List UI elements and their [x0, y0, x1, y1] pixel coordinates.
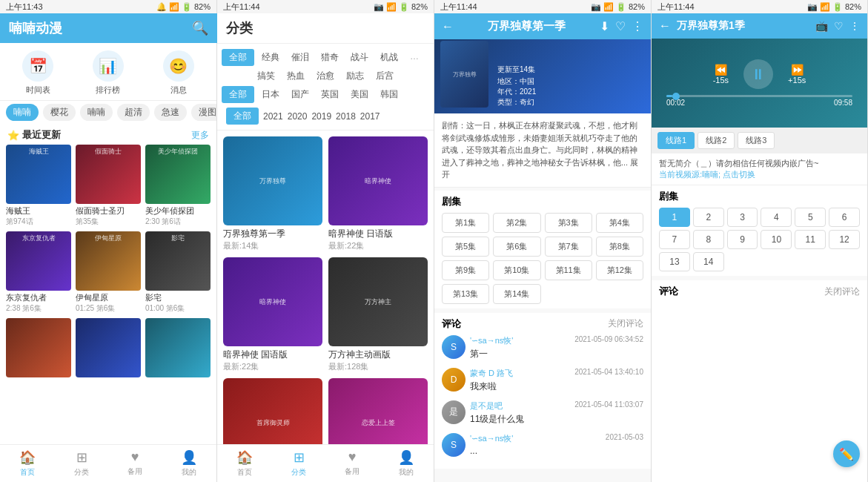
ep-2[interactable]: 第2集: [493, 213, 540, 233]
ep-3[interactable]: 第3集: [545, 213, 592, 233]
skip-back-btn[interactable]: ⏪ -15s: [713, 64, 729, 85]
bottom-cat-2[interactable]: ⊞ 分类: [291, 449, 306, 478]
year-2017[interactable]: 2017: [360, 111, 380, 122]
genre-fight[interactable]: 战斗: [346, 50, 373, 65]
more-icon-4[interactable]: ⋮: [849, 20, 860, 32]
ep-13[interactable]: 第13集: [442, 284, 489, 304]
ep-12[interactable]: 第12集: [596, 260, 643, 280]
ep4-4[interactable]: 4: [761, 208, 792, 227]
bottom-category-1[interactable]: ⊞ 分类: [74, 449, 89, 478]
anime-card-4[interactable]: 伊甸星原 伊甸星原 01:25 第6集: [76, 231, 141, 314]
region-cn[interactable]: 国产: [287, 87, 314, 102]
year-2020[interactable]: 2020: [288, 111, 308, 122]
filter-hd[interactable]: 超清: [117, 104, 150, 121]
ep4-5[interactable]: 5: [795, 208, 826, 227]
anime-card-8[interactable]: [145, 318, 211, 379]
region-jp[interactable]: 日本: [257, 87, 284, 102]
progress-bar[interactable]: [666, 95, 852, 97]
source-1[interactable]: 线路1: [657, 132, 695, 149]
ep-5[interactable]: 第5集: [442, 237, 489, 257]
ep4-9[interactable]: 9: [727, 230, 758, 249]
genre-mech[interactable]: 机战: [376, 50, 402, 65]
genre-heal[interactable]: 治愈: [312, 68, 339, 84]
ep4-8[interactable]: 8: [693, 230, 724, 249]
ep-11[interactable]: 第11集: [545, 260, 592, 280]
bottom-home-1[interactable]: 🏠 首页: [19, 449, 36, 478]
back-btn-3[interactable]: ←: [442, 20, 454, 33]
filter-fast[interactable]: 急速: [154, 104, 187, 121]
ep4-12[interactable]: 12: [829, 230, 860, 249]
ep4-2[interactable]: 2: [693, 208, 724, 227]
search-icon[interactable]: 🔍: [192, 20, 208, 36]
anime-card-1[interactable]: 假面骑士 假面骑士圣刃 第35集: [76, 145, 141, 227]
ep4-1[interactable]: 1: [659, 208, 690, 227]
filter-comic[interactable]: 漫图: [191, 104, 216, 121]
anime-card-3[interactable]: 东京复仇者 东京复仇者 2:38 第6集: [6, 231, 71, 314]
genre-funny[interactable]: 搞笑: [253, 68, 279, 84]
close-comments-3[interactable]: 关闭评论: [608, 317, 643, 330]
ep-7[interactable]: 第7集: [545, 237, 592, 257]
ep4-14[interactable]: 14: [693, 252, 724, 271]
genre-classic[interactable]: 经典: [257, 50, 284, 65]
more-icon[interactable]: ⋮: [632, 19, 643, 33]
ep4-10[interactable]: 10: [761, 230, 792, 249]
tv-icon[interactable]: 📺: [815, 20, 828, 32]
genre-sad[interactable]: 催泪: [287, 50, 314, 65]
anime-card-5[interactable]: 影宅 影宅 01:00 第6集: [145, 231, 211, 314]
bottom-tools-2[interactable]: ♥ 备用: [345, 449, 360, 478]
genre-hot[interactable]: 热血: [282, 68, 309, 84]
filter-nannan2[interactable]: 喃喃: [80, 104, 113, 121]
ep-6[interactable]: 第6集: [493, 237, 540, 257]
ep4-13[interactable]: 13: [659, 252, 690, 271]
ep4-3[interactable]: 3: [727, 208, 758, 227]
ep4-6[interactable]: 6: [829, 208, 860, 227]
source-2[interactable]: 线路2: [698, 132, 735, 149]
region-all-btn[interactable]: 全部: [222, 86, 254, 103]
year-2019[interactable]: 2019: [311, 111, 331, 122]
cat-anime-2[interactable]: 暗界神使 暗界神使 国语版 最新:22集: [223, 257, 322, 372]
cat-anime-1[interactable]: 暗界神使 暗界神使 日语版 最新:22集: [328, 136, 428, 251]
bottom-home-2[interactable]: 🏠 首页: [236, 449, 253, 478]
filter-sakura[interactable]: 樱花: [43, 104, 76, 121]
close-comments-4[interactable]: 关闭评论: [824, 285, 860, 298]
ep4-7[interactable]: 7: [659, 230, 690, 249]
ep-9[interactable]: 第9集: [442, 260, 489, 280]
anime-card-6[interactable]: [6, 318, 71, 379]
cat-anime-4[interactable]: 首席御灵师 首席御灵师 最新:65集: [223, 378, 322, 444]
region-us[interactable]: 美国: [346, 87, 373, 102]
favorite-icon[interactable]: ♡: [615, 19, 626, 33]
download-icon[interactable]: ⬇: [600, 19, 609, 33]
skip-fwd-btn[interactable]: ⏩ +15s: [788, 64, 806, 85]
ep-10[interactable]: 第10集: [493, 260, 540, 280]
filter-nannan[interactable]: 喃喃: [6, 104, 39, 121]
notice-link[interactable]: 当前视频源:喃喃; 点击切换: [659, 170, 755, 179]
year-2021[interactable]: 2021: [263, 111, 283, 122]
ep-1[interactable]: 第1集: [442, 213, 489, 233]
year-all-btn[interactable]: 全部: [226, 108, 259, 125]
ep4-11[interactable]: 11: [795, 230, 826, 249]
genre-all-btn[interactable]: 全部: [222, 49, 254, 66]
cat-anime-5[interactable]: 恋爱上上签 恋爱上上签第一季 最新:12集: [328, 378, 428, 444]
cat-anime-3[interactable]: 万方神主 万方神主动画版 最新:128集: [328, 257, 428, 372]
ep-8[interactable]: 第8集: [596, 237, 643, 257]
bottom-tools-1[interactable]: ♥ 备用: [127, 449, 142, 478]
nav-rank[interactable]: 📊 排行榜: [93, 50, 124, 96]
bottom-mine-2[interactable]: 👤 我的: [398, 449, 414, 478]
ep-4[interactable]: 第4集: [596, 213, 643, 233]
genre-insp[interactable]: 励志: [342, 68, 368, 84]
genre-odd[interactable]: 猎奇: [317, 50, 343, 65]
nav-schedule[interactable]: 📅 时间表: [22, 50, 53, 96]
source-3[interactable]: 线路3: [738, 132, 775, 149]
region-uk[interactable]: 英国: [317, 87, 343, 102]
region-kr[interactable]: 韩国: [376, 87, 402, 102]
anime-card-0[interactable]: 海贼王 海贼王 第974话: [6, 145, 71, 227]
fav-icon[interactable]: ♡: [834, 20, 844, 32]
fab-edit[interactable]: ✏️: [833, 440, 860, 467]
cat-anime-0[interactable]: 万界独尊 万界独尊第一季 最新:14集: [223, 136, 322, 251]
year-2018[interactable]: 2018: [336, 111, 356, 122]
genre-more[interactable]: …: [405, 50, 423, 65]
bottom-mine-1[interactable]: 👤 我的: [181, 449, 197, 478]
play-pause-btn[interactable]: ⏸: [743, 59, 773, 89]
anime-card-7[interactable]: [76, 318, 141, 379]
nav-msg[interactable]: 😊 消息: [163, 50, 194, 96]
